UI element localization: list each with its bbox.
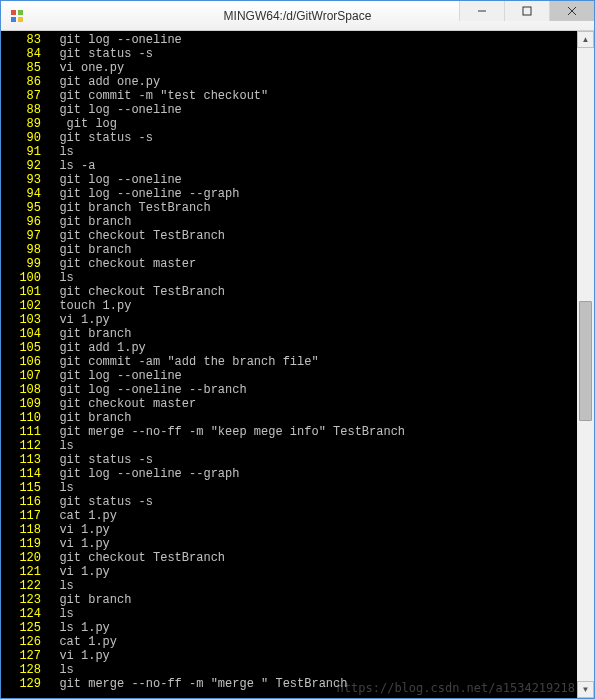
history-line: 126 cat 1.py (3, 635, 577, 649)
history-line: 89 git log (3, 117, 577, 131)
command-text: git commit -m "test checkout" (45, 89, 268, 103)
command-text: ls (45, 663, 74, 677)
command-text: git checkout TestBranch (45, 285, 225, 299)
app-icon (9, 8, 25, 24)
history-line: 119 vi 1.py (3, 537, 577, 551)
line-number: 92 (3, 159, 45, 173)
command-text: git merge --no-ff -m "keep mege info" Te… (45, 425, 405, 439)
scrollbar-thumb[interactable] (579, 301, 592, 421)
line-number: 115 (3, 481, 45, 495)
command-text: vi one.py (45, 61, 124, 75)
line-number: 116 (3, 495, 45, 509)
command-text: git log --oneline (45, 173, 182, 187)
scroll-up-button[interactable]: ▲ (577, 31, 594, 48)
scroll-down-button[interactable]: ▼ (577, 681, 594, 698)
line-number: 86 (3, 75, 45, 89)
history-line: 83 git log --oneline (3, 33, 577, 47)
history-line: 118 vi 1.py (3, 523, 577, 537)
history-line: 96 git branch (3, 215, 577, 229)
line-number: 127 (3, 649, 45, 663)
history-line: 125 ls 1.py (3, 621, 577, 635)
line-number: 87 (3, 89, 45, 103)
line-number: 114 (3, 467, 45, 481)
command-text: git log (45, 117, 117, 131)
line-number: 100 (3, 271, 45, 285)
line-number: 84 (3, 47, 45, 61)
command-text: cat 1.py (45, 509, 117, 523)
command-text: vi 1.py (45, 537, 110, 551)
history-line: 85 vi one.py (3, 61, 577, 75)
history-line: 127 vi 1.py (3, 649, 577, 663)
svg-rect-3 (18, 17, 23, 22)
history-line: 86 git add one.py (3, 75, 577, 89)
history-line: 103 vi 1.py (3, 313, 577, 327)
svg-rect-0 (11, 10, 16, 15)
minimize-button[interactable] (459, 1, 504, 21)
history-line: 114 git log --oneline --graph (3, 467, 577, 481)
terminal-area: 83 git log --oneline84 git status -s85 v… (1, 31, 594, 698)
line-number: 108 (3, 383, 45, 397)
history-line: 100 ls (3, 271, 577, 285)
command-text: ls 1.py (45, 621, 110, 635)
maximize-button[interactable] (504, 1, 549, 21)
line-number: 90 (3, 131, 45, 145)
history-line: 109 git checkout master (3, 397, 577, 411)
command-text: git add 1.py (45, 341, 146, 355)
command-text: git log --oneline (45, 33, 182, 47)
history-line: 120 git checkout TestBranch (3, 551, 577, 565)
history-line: 97 git checkout TestBranch (3, 229, 577, 243)
command-text: git log --oneline --branch (45, 383, 247, 397)
history-line: 121 vi 1.py (3, 565, 577, 579)
history-line: 91 ls (3, 145, 577, 159)
line-number: 112 (3, 439, 45, 453)
command-text: ls (45, 145, 74, 159)
terminal-output[interactable]: 83 git log --oneline84 git status -s85 v… (1, 31, 577, 698)
titlebar[interactable]: MINGW64:/d/GitWrorSpace (1, 1, 594, 31)
line-number: 123 (3, 593, 45, 607)
history-line: 101 git checkout TestBranch (3, 285, 577, 299)
line-number: 95 (3, 201, 45, 215)
command-text: vi 1.py (45, 649, 110, 663)
history-line: 106 git commit -am "add the branch file" (3, 355, 577, 369)
history-line: 111 git merge --no-ff -m "keep mege info… (3, 425, 577, 439)
history-line: 90 git status -s (3, 131, 577, 145)
line-number: 85 (3, 61, 45, 75)
command-text: ls (45, 439, 74, 453)
line-number: 126 (3, 635, 45, 649)
command-text: ls (45, 579, 74, 593)
line-number: 93 (3, 173, 45, 187)
command-text: git status -s (45, 47, 153, 61)
line-number: 83 (3, 33, 45, 47)
history-line: 92 ls -a (3, 159, 577, 173)
history-line: 129 git merge --no-ff -m "merge " TestBr… (3, 677, 577, 691)
command-text: vi 1.py (45, 313, 110, 327)
close-button[interactable] (549, 1, 594, 21)
svg-rect-1 (18, 10, 23, 15)
command-text: ls (45, 481, 74, 495)
command-text: git checkout master (45, 257, 196, 271)
history-line: 116 git status -s (3, 495, 577, 509)
scrollbar-track[interactable] (577, 48, 594, 681)
line-number: 122 (3, 579, 45, 593)
line-number: 120 (3, 551, 45, 565)
history-line: 99 git checkout master (3, 257, 577, 271)
line-number: 113 (3, 453, 45, 467)
line-number: 111 (3, 425, 45, 439)
line-number: 89 (3, 117, 45, 131)
command-text: git status -s (45, 495, 153, 509)
history-line: 94 git log --oneline --graph (3, 187, 577, 201)
line-number: 128 (3, 663, 45, 677)
line-number: 103 (3, 313, 45, 327)
vertical-scrollbar[interactable]: ▲ ▼ (577, 31, 594, 698)
line-number: 105 (3, 341, 45, 355)
history-line: 117 cat 1.py (3, 509, 577, 523)
line-number: 94 (3, 187, 45, 201)
command-text: git branch (45, 215, 131, 229)
command-text: git status -s (45, 131, 153, 145)
command-text: git status -s (45, 453, 153, 467)
command-text: git checkout master (45, 397, 196, 411)
history-line: 110 git branch (3, 411, 577, 425)
line-number: 117 (3, 509, 45, 523)
command-text: git log --oneline --graph (45, 467, 239, 481)
terminal-window: MINGW64:/d/GitWrorSpace 83 git log --one… (0, 0, 595, 699)
